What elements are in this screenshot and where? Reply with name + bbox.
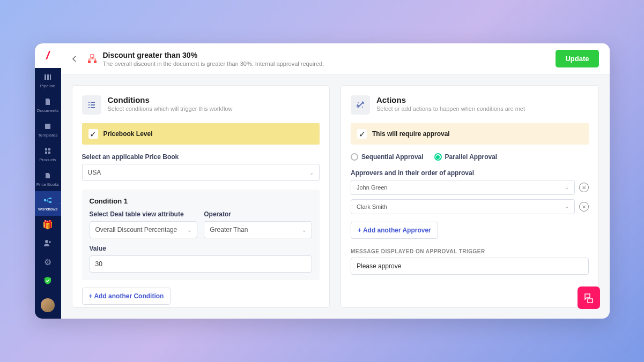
- banner-text: This will require approval: [372, 130, 450, 138]
- sidebar-item-settings[interactable]: ⚙: [35, 253, 61, 272]
- panel-subtitle: Select conditions which will trigger thi…: [108, 105, 233, 112]
- select-value: John Green: [357, 184, 387, 191]
- attribute-label: Select Deal table view attribute: [90, 210, 198, 218]
- sidebar-item-pricebooks[interactable]: Price Books: [35, 167, 61, 191]
- sidebar-item-pipeline[interactable]: Pipeline: [35, 68, 61, 93]
- message-input[interactable]: [351, 258, 589, 275]
- logo[interactable]: /: [35, 43, 61, 68]
- panel-title: Actions: [376, 95, 525, 104]
- header: Discount greater than 30% The overall di…: [61, 43, 610, 74]
- value-input[interactable]: [90, 255, 313, 273]
- page-subtitle: The overall discount in the document is …: [103, 61, 556, 67]
- approver-select[interactable]: Clark Smith ⌄: [351, 199, 575, 214]
- chevron-down-icon: ⌄: [565, 203, 569, 210]
- panel-subtitle: Select or add actions to happen when con…: [376, 105, 525, 112]
- operator-label: Operator: [204, 210, 312, 218]
- approval-banner: ✓ This will require approval: [351, 123, 589, 145]
- content: Conditions Select conditions which will …: [61, 74, 610, 319]
- approver-select[interactable]: John Green ⌄: [351, 180, 575, 195]
- operator-select[interactable]: Greater Than ⌄: [204, 221, 312, 238]
- svg-rect-0: [45, 74, 46, 80]
- conditions-icon: [82, 95, 101, 115]
- condition-title: Condition 1: [90, 197, 313, 205]
- org-chart-icon: [87, 54, 98, 64]
- svg-rect-9: [49, 198, 51, 199]
- approver-row: John Green ⌄ ✕: [351, 180, 589, 195]
- select-value: Greater Than: [210, 226, 248, 233]
- app-window: / Pipeline Documents Templates Products …: [35, 43, 610, 319]
- select-value: USA: [88, 169, 101, 176]
- back-button[interactable]: [72, 55, 80, 63]
- sidebar-item-label: Products: [39, 157, 56, 162]
- svg-point-15: [358, 102, 359, 103]
- sidebar-item-workflows[interactable]: Workflows: [35, 191, 61, 216]
- check-icon: ✓: [357, 129, 367, 139]
- svg-rect-10: [49, 201, 51, 203]
- panel-header: Actions Select or add actions to happen …: [351, 95, 589, 115]
- sidebar-item-documents[interactable]: Documents: [35, 93, 61, 117]
- panel-title: Conditions: [108, 95, 233, 104]
- select-value: Overall Discount Percentage: [95, 226, 177, 233]
- add-condition-button[interactable]: + Add another Condition: [82, 288, 171, 305]
- message-label: MESSAGE DISPLAYED ON APPROVAL TRIGGER: [351, 248, 589, 254]
- svg-point-11: [45, 240, 48, 243]
- svg-rect-1: [47, 74, 49, 80]
- select-value: Clark Smith: [357, 203, 387, 210]
- document-icon: [43, 97, 53, 107]
- svg-rect-12: [91, 55, 94, 57]
- pricebook-select[interactable]: USA ⌄: [82, 164, 320, 181]
- template-icon: [43, 122, 53, 131]
- panel-header: Conditions Select conditions which will …: [82, 95, 320, 115]
- svg-rect-2: [50, 74, 51, 80]
- sidebar-item-label: Workflows: [38, 207, 58, 212]
- user-plus-icon: [43, 238, 53, 248]
- gift-icon: 🎁: [43, 220, 53, 229]
- approver-row: Clark Smith ⌄ ✕: [351, 199, 589, 214]
- sidebar-item-label: Price Books: [36, 182, 60, 187]
- svg-point-16: [362, 107, 363, 108]
- radio-label: Sequential Approval: [361, 153, 424, 161]
- svg-rect-14: [94, 61, 97, 63]
- attribute-select[interactable]: Overall Discount Percentage ⌄: [90, 221, 198, 238]
- remove-approver-button[interactable]: ✕: [579, 202, 589, 212]
- remove-approver-button[interactable]: ✕: [579, 183, 589, 192]
- radio-parallel[interactable]: Parallel Approval: [434, 153, 498, 161]
- shield-icon: [43, 276, 53, 285]
- radio-sequential[interactable]: Sequential Approval: [351, 153, 424, 161]
- page-title: Discount greater than 30%: [103, 51, 556, 59]
- radio-icon: [434, 153, 442, 161]
- radio-label: Parallel Approval: [445, 153, 498, 161]
- chevron-down-icon: ⌄: [187, 227, 191, 233]
- chevron-down-icon: ⌄: [302, 227, 306, 233]
- chat-icon: [583, 292, 594, 303]
- workflow-icon: [43, 195, 53, 205]
- sidebar-item-shield[interactable]: [35, 272, 61, 291]
- products-icon: [43, 146, 53, 156]
- header-text: Discount greater than 30% The overall di…: [103, 51, 556, 67]
- gear-icon: ⚙: [43, 257, 53, 267]
- check-icon: ✓: [88, 129, 98, 139]
- sidebar-item-templates[interactable]: Templates: [35, 117, 61, 142]
- sidebar-item-adduser[interactable]: [35, 235, 61, 253]
- sidebar-item-label: Pipeline: [40, 84, 55, 88]
- conditions-panel: Conditions Select conditions which will …: [72, 85, 330, 308]
- svg-rect-4: [45, 148, 47, 150]
- banner-text: Pricebook Level: [103, 130, 153, 138]
- sidebar-item-label: Templates: [38, 133, 57, 138]
- condition-1: Condition 1 Select Deal table view attri…: [82, 190, 320, 280]
- add-approver-button[interactable]: + Add another Approver: [351, 222, 438, 239]
- avatar[interactable]: [41, 298, 55, 312]
- main: Discount greater than 30% The overall di…: [61, 43, 610, 319]
- sidebar: / Pipeline Documents Templates Products …: [35, 43, 61, 319]
- sidebar-item-products[interactable]: Products: [35, 142, 61, 167]
- chat-fab[interactable]: [578, 286, 600, 309]
- approvers-label: Approvers and in their order of approval: [351, 169, 589, 177]
- pricebook-label: Select an applicable Price Book: [82, 153, 320, 161]
- pricebook-level-banner: ✓ Pricebook Level: [82, 123, 320, 145]
- update-button[interactable]: Update: [556, 50, 598, 67]
- sidebar-item-gift[interactable]: 🎁: [35, 216, 61, 235]
- actions-panel: Actions Select or add actions to happen …: [340, 85, 599, 308]
- svg-rect-3: [45, 124, 50, 129]
- svg-rect-6: [45, 152, 47, 154]
- pricebook-icon: [43, 171, 53, 180]
